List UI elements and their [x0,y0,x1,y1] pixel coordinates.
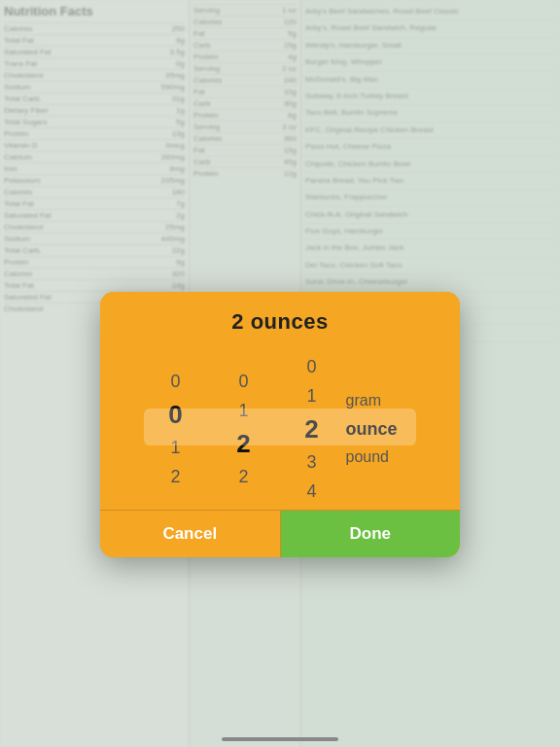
modal-button-row: Cancel Done [100,510,460,557]
picker-item-selected: 0 [142,396,210,433]
picker-item: 0 [210,367,278,396]
home-indicator [222,737,338,741]
picker-unit-labels[interactable]: gram ounce pound [346,387,419,471]
picker-item: 0 [278,352,346,381]
picker-item: 2 [210,462,278,491]
picker-label-ounce: ounce [346,414,398,444]
modal-title: 2 ounces [100,292,460,344]
picker-item: 1 [142,433,210,462]
quantity-picker-modal: 2 ounces 0 0 1 2 0 1 2 2 0 1 2 3 4 gram … [100,292,460,557]
picker-label-pound: pound [346,444,390,471]
picker-container[interactable]: 0 0 1 2 0 1 2 2 0 1 2 3 4 gram ounce pou… [100,344,460,510]
picker-item: 2 [142,462,210,491]
picker-item: 1 [210,396,278,425]
picker-item: 4 [278,477,346,506]
done-button[interactable]: Done [281,511,461,557]
picker-item: 3 [278,447,346,477]
picker-item: 0 [142,367,210,396]
cancel-button[interactable]: Cancel [100,511,281,557]
picker-column-2[interactable]: 0 1 2 2 [210,367,278,491]
picker-item-selected: 2 [278,410,346,447]
picker-item-selected: 2 [210,425,278,462]
picker-column-1[interactable]: 0 0 1 2 [142,367,210,491]
picker-item: 1 [278,381,346,410]
picker-label-gram: gram [346,387,381,414]
picker-column-3[interactable]: 0 1 2 3 4 [278,352,346,506]
